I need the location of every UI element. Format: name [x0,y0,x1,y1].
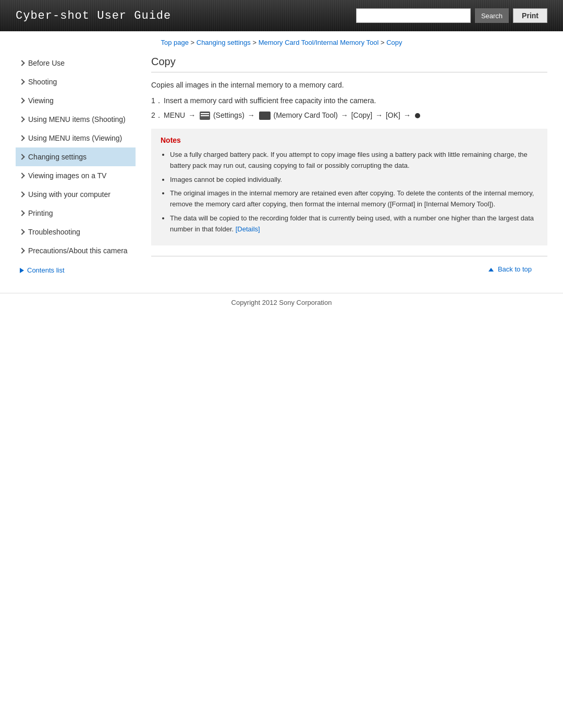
sidebar-item-label: Before Use [28,59,65,67]
notes-box: Notes Use a fully charged battery pack. … [151,129,547,245]
step-2-num: 2． [151,111,164,120]
contents-list-link[interactable]: Contents list [16,260,136,276]
step-1-num: 1． [151,96,164,106]
breadcrumb-copy[interactable]: Copy [386,39,402,46]
sidebar-item-label: Using MENU items (Viewing) [28,134,122,142]
arrow-sym: → [188,111,195,119]
sidebar-item-label: Precautions/About this camera [28,246,128,255]
search-input[interactable] [356,8,471,23]
sidebar-arrow-icon [19,135,25,141]
steps-list: 1． Insert a memory card with sufficient … [151,96,547,120]
step-1: 1． Insert a memory card with sufficient … [151,96,547,106]
footer: Copyright 2012 Sony Corporation [0,293,563,322]
sidebar-arrow-icon [19,172,25,178]
sidebar-item-using-computer[interactable]: Using with your computer [16,185,136,204]
back-to-top-label: Back to top [498,265,532,273]
details-link[interactable]: [Details] [236,225,260,233]
contents-list-label: Contents list [27,266,65,274]
sidebar-arrow-icon [19,116,25,122]
print-button[interactable]: Print [513,8,547,23]
sidebar-item-label: Printing [28,209,53,217]
sidebar-arrow-icon [19,248,25,253]
notes-list: Use a fully charged battery pack. If you… [161,150,538,235]
main-layout: Before Use Shooting Viewing Using MENU i… [5,54,558,293]
sidebar-arrow-icon [19,79,25,84]
sidebar-item-printing[interactable]: Printing [16,204,136,223]
sidebar-item-before-use[interactable]: Before Use [16,54,136,72]
notes-title: Notes [161,136,538,144]
sidebar-item-viewing[interactable]: Viewing [16,91,136,110]
ok-button-icon [415,113,420,118]
site-title: Cyber-shot User Guide [0,9,171,22]
memory-card-icon [259,112,271,120]
sidebar: Before Use Shooting Viewing Using MENU i… [16,54,141,293]
sidebar-arrow-icon [19,191,25,197]
sidebar-arrow-icon [19,229,25,235]
sidebar-item-label: Changing settings [28,153,87,161]
sidebar-arrow-icon [19,60,25,66]
settings-icon [200,112,210,120]
sidebar-item-viewing-tv[interactable]: Viewing images on a TV [16,166,136,185]
search-button[interactable]: Search [475,8,509,23]
breadcrumb-memory-card-tool[interactable]: Memory Card Tool/Internal Memory Tool [259,39,379,46]
sidebar-item-precautions[interactable]: Precautions/About this camera [16,241,136,260]
sidebar-arrow-icon [19,154,25,159]
sidebar-item-label: Viewing images on a TV [28,171,106,180]
header: Cyber-shot User Guide Search Print [0,0,563,31]
breadcrumb-top-page[interactable]: Top page [161,39,189,46]
sidebar-item-menu-shooting[interactable]: Using MENU items (Shooting) [16,110,136,129]
copyright-text: Copyright 2012 Sony Corporation [231,299,332,306]
sidebar-item-menu-viewing[interactable]: Using MENU items (Viewing) [16,129,136,147]
sidebar-item-label: Troubleshooting [28,228,80,236]
arrow-sym: → [341,111,348,119]
note-item: Use a fully charged battery pack. If you… [170,150,538,171]
sidebar-item-label: Using MENU items (Shooting) [28,115,126,124]
arrow-sym: → [375,111,383,119]
header-controls: Search Print [356,8,563,23]
breadcrumb: Top page > Changing settings > Memory Ca… [0,31,563,54]
content-intro: Copies all images in the internal memory… [151,81,547,89]
back-to-top-row: Back to top [151,256,547,277]
sidebar-arrow-icon [19,210,25,216]
page-title: Copy [151,56,547,72]
sidebar-item-label: Using with your computer [28,190,111,199]
sidebar-arrow-icon [19,97,25,103]
arrow-right-icon [20,268,24,273]
triangle-up-icon [488,268,494,272]
sidebar-item-changing-settings[interactable]: Changing settings [16,147,136,166]
sidebar-item-label: Shooting [28,78,57,86]
note-item: Images cannot be copied individually. [170,175,538,186]
sidebar-item-shooting[interactable]: Shooting [16,72,136,91]
arrow-sym: → [403,111,411,119]
note-item: The original images in the internal memo… [170,188,538,210]
content-area: Copy Copies all images in the internal m… [141,54,547,293]
note-item: The data will be copied to the recording… [170,213,538,235]
step-2-text: MENU → (Settings) → (Memory Card Tool) →… [164,111,547,120]
back-to-top-link[interactable]: Back to top [488,265,532,273]
sidebar-item-label: Viewing [28,96,54,105]
step-2: 2． MENU → (Settings) → (Memory Card Tool… [151,111,547,120]
breadcrumb-changing-settings[interactable]: Changing settings [197,39,251,46]
arrow-sym: → [248,111,255,119]
step-1-text: Insert a memory card with sufficient fre… [164,96,547,105]
sidebar-item-troubleshooting[interactable]: Troubleshooting [16,223,136,241]
